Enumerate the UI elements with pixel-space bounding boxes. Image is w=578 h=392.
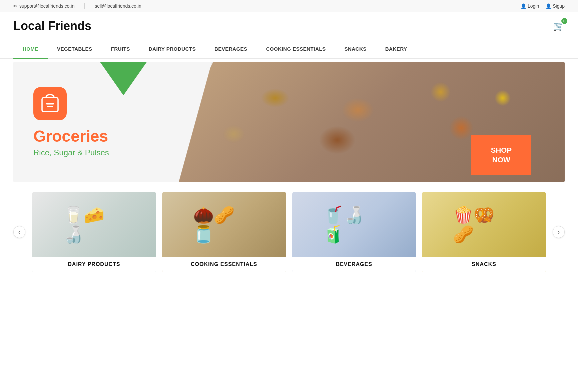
nav-vegetables[interactable]: VEGETABLES — [48, 40, 102, 58]
nav-fruits[interactable]: FRUITS — [102, 40, 139, 58]
shop-now-button[interactable]: SHOP NOW — [471, 135, 531, 175]
login-link[interactable]: 👤 Login — [521, 3, 539, 9]
signup-link[interactable]: 👤 Sigup — [546, 3, 565, 9]
nav-beverages[interactable]: BEVERAGES — [205, 40, 257, 58]
category-card-dairy[interactable]: DAIRY PRODUCTS — [32, 192, 156, 272]
beverages-label: BEVERAGES — [292, 257, 416, 272]
prev-button[interactable]: ‹ — [13, 226, 25, 238]
envelope-icon: ✉ — [13, 3, 17, 9]
main-nav: HOME VEGETABLES FRUITS DAIRY PRODUCTS BE… — [0, 40, 578, 59]
category-card-snacks[interactable]: SNACKS — [422, 192, 546, 272]
cards-wrapper: DAIRY PRODUCTS COOKING ESSENTIALS BEVERA… — [32, 192, 546, 272]
dairy-label: DAIRY PRODUCTS — [32, 257, 156, 272]
nav-dairy[interactable]: DAIRY PRODUCTS — [139, 40, 205, 58]
snacks-label: SNACKS — [422, 257, 546, 272]
cart-button[interactable]: 🛒 0 — [553, 21, 565, 32]
nav-bakery[interactable]: BAKERY — [376, 40, 417, 58]
green-triangle — [100, 62, 147, 95]
header: Local Friends 🛒 0 — [0, 12, 578, 40]
nav-snacks[interactable]: SNACKS — [335, 40, 376, 58]
user-icon: 👤 — [521, 3, 526, 9]
hero-banner: Groceries Rice, Sugar & Pulses SHOP NOW — [13, 62, 565, 182]
category-section: ‹ DAIRY PRODUCTS COOKING ESSENTIALS BEVE… — [13, 192, 565, 272]
nav-cooking[interactable]: COOKING ESSENTIALS — [257, 40, 335, 58]
support-email[interactable]: ✉ support@localfriends.co.in — [13, 3, 74, 9]
cooking-label: COOKING ESSENTIALS — [162, 257, 286, 272]
top-bar-right: 👤 Login 👤 Sigup — [521, 3, 565, 9]
top-bar: ✉ support@localfriends.co.in sell@localf… — [0, 0, 578, 12]
divider — [84, 3, 85, 9]
hero-title: Groceries — [33, 127, 214, 145]
top-bar-left: ✉ support@localfriends.co.in sell@localf… — [13, 3, 141, 9]
next-button[interactable]: › — [553, 226, 565, 238]
svg-rect-2 — [47, 106, 53, 107]
category-card-beverages[interactable]: BEVERAGES — [292, 192, 416, 272]
app-icon — [33, 87, 67, 120]
category-card-cooking[interactable]: COOKING ESSENTIALS — [162, 192, 286, 272]
cart-badge: 0 — [561, 18, 567, 24]
svg-rect-0 — [42, 98, 58, 112]
nav-home[interactable]: HOME — [13, 40, 48, 59]
sell-email[interactable]: sell@localfriends.co.in — [95, 3, 141, 9]
user-icon2: 👤 — [546, 3, 551, 9]
logo: Local Friends — [13, 19, 91, 33]
svg-rect-1 — [46, 103, 54, 104]
